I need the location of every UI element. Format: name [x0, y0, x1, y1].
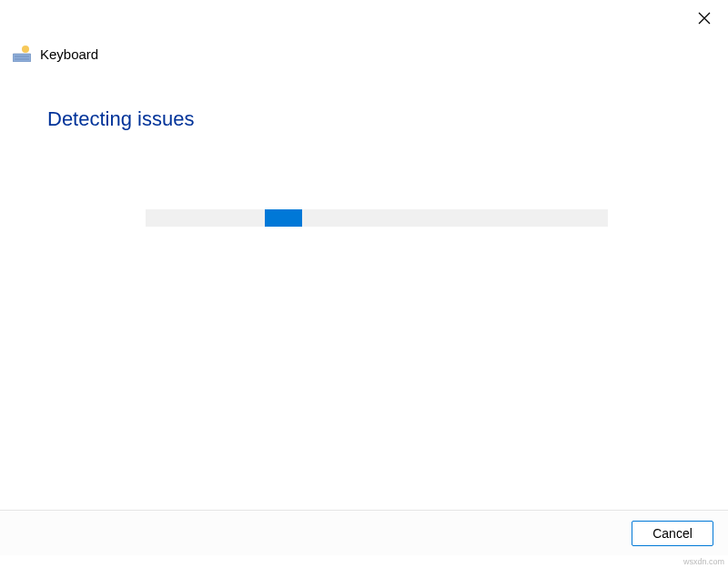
page-heading: Detecting issues	[47, 107, 194, 131]
dialog-header: Keyboard	[13, 46, 98, 62]
progress-bar	[146, 209, 608, 227]
svg-rect-3	[13, 54, 31, 62]
close-icon	[698, 12, 711, 28]
cancel-button[interactable]: Cancel	[632, 521, 713, 546]
progress-indicator	[265, 209, 302, 227]
watermark: wsxdn.com	[683, 557, 724, 566]
close-button[interactable]	[693, 9, 715, 31]
keyboard-icon	[13, 46, 31, 62]
dialog-title: Keyboard	[40, 46, 98, 62]
dialog-footer: Cancel	[0, 510, 728, 555]
svg-point-2	[22, 46, 29, 53]
